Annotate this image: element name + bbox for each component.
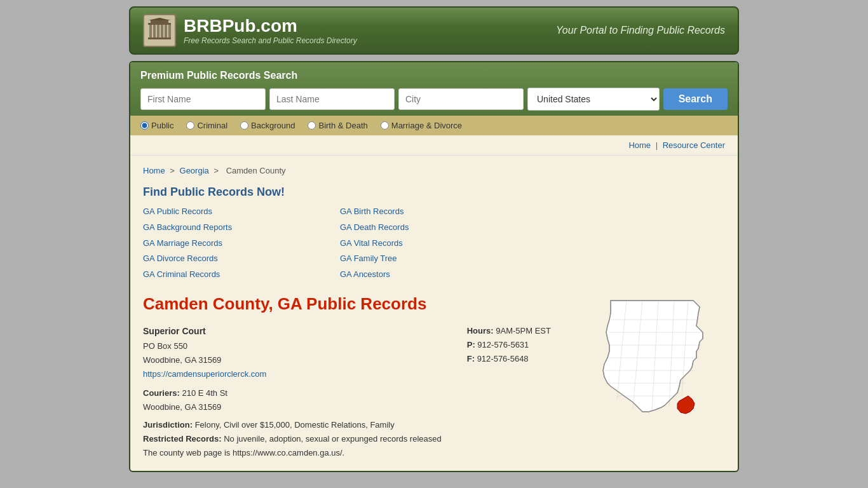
- jurisdiction-label: Jurisdiction:: [143, 420, 193, 430]
- content-area: Home > Georgia > Camden County Find Publ…: [130, 156, 738, 471]
- find-records-section: Find Public Records Now! GA Public Recor…: [143, 186, 725, 281]
- radio-marriage-text: Marriage & Divorce: [391, 121, 462, 130]
- court-website-link[interactable]: https://camdensuperiorclerck.com: [143, 369, 266, 379]
- first-name-input[interactable]: [140, 88, 266, 110]
- svg-rect-7: [148, 37, 171, 39]
- link-ga-background-reports[interactable]: GA Background Reports: [143, 221, 327, 234]
- jurisdiction-block: Jurisdiction: Felony, Civil over $15,000…: [143, 418, 442, 432]
- county-info-section: Camden County, GA Public Records Superio…: [143, 294, 725, 461]
- svg-rect-3: [157, 25, 159, 37]
- court-info: Superior Court PO Box 550 Woodbine, GA 3…: [143, 324, 573, 461]
- home-nav-link[interactable]: Home: [628, 140, 651, 150]
- couriers-city: Woodbine, GA 31569: [143, 400, 442, 414]
- radio-criminal-text: Criminal: [197, 121, 227, 130]
- radio-background-label[interactable]: Background: [240, 121, 295, 130]
- radio-marriage-divorce[interactable]: [381, 121, 389, 130]
- radio-birth-death-text: Birth & Death: [318, 121, 367, 130]
- search-button[interactable]: Search: [663, 88, 728, 110]
- radio-public-text: Public: [151, 121, 173, 130]
- county-text: Camden County, GA Public Records Superio…: [143, 294, 573, 461]
- last-name-input[interactable]: [269, 88, 395, 110]
- couriers-label: Couriers:: [143, 388, 180, 398]
- svg-rect-5: [165, 25, 167, 37]
- fax-label: F:: [467, 354, 475, 363]
- radio-marriage-label[interactable]: Marriage & Divorce: [381, 121, 462, 130]
- breadcrumb-home-link[interactable]: Home: [143, 166, 165, 175]
- svg-rect-2: [153, 25, 156, 37]
- breadcrumb-county: Camden County: [226, 166, 286, 175]
- site-logo-icon: [143, 14, 176, 47]
- search-section-title: Premium Public Records Search: [140, 70, 728, 81]
- jurisdiction-value: Felony, Civil over $15,000, Domestic Rel…: [195, 420, 395, 430]
- breadcrumb-sep1: >: [170, 166, 177, 175]
- fax-value: 912-576-5648: [477, 354, 529, 363]
- phone-value: 912-576-5631: [477, 340, 529, 349]
- svg-rect-0: [148, 23, 171, 25]
- link-ga-ancestors[interactable]: GA Ancestors: [340, 268, 524, 281]
- breadcrumb: Home > Georgia > Camden County: [143, 166, 725, 175]
- georgia-map: [585, 294, 725, 434]
- court-address-block: Superior Court PO Box 550 Woodbine, GA 3…: [143, 324, 442, 461]
- court-name: Superior Court: [143, 324, 442, 339]
- court-website: https://camdensuperiorclerck.com: [143, 367, 442, 381]
- hours-label: Hours:: [467, 326, 494, 336]
- radio-birth-death[interactable]: [308, 121, 316, 130]
- website-note: The county web page is https://www.co.ca…: [143, 446, 442, 460]
- country-select[interactable]: United States: [527, 88, 660, 111]
- site-name: BRBPub.com: [184, 16, 357, 36]
- restricted-block: Restricted Records: No juvenile, adoptio…: [143, 432, 442, 446]
- breadcrumb-sep2: >: [214, 166, 220, 175]
- radio-background[interactable]: [240, 121, 248, 130]
- find-records-heading: Find Public Records Now!: [143, 186, 725, 199]
- header-logo-area: BRBPub.com Free Records Search and Publi…: [143, 14, 357, 47]
- records-links-grid: GA Public Records GA Birth Records GA Ba…: [143, 205, 524, 281]
- svg-rect-6: [168, 25, 171, 37]
- radio-birth-death-label[interactable]: Birth & Death: [308, 121, 367, 130]
- restricted-value: No juvenile, adoption, sexual or expunge…: [224, 434, 442, 444]
- svg-rect-4: [161, 25, 163, 37]
- search-section: Premium Public Records Search United Sta…: [130, 62, 738, 135]
- radio-public[interactable]: [140, 121, 149, 130]
- breadcrumb-state-link[interactable]: Georgia: [180, 166, 209, 175]
- radio-criminal-label[interactable]: Criminal: [186, 121, 227, 130]
- nav-separator: |: [656, 140, 658, 150]
- link-ga-family-tree[interactable]: GA Family Tree: [340, 252, 524, 266]
- couriers-block: Couriers: 210 E 4th St: [143, 386, 442, 400]
- header-tagline: Your Portal to Finding Public Records: [556, 25, 725, 36]
- search-radio-group: Public Criminal Background Birth & Death…: [130, 116, 738, 135]
- link-ga-public-records[interactable]: GA Public Records: [143, 205, 327, 219]
- radio-criminal[interactable]: [186, 121, 194, 130]
- ga-map-container: [585, 294, 725, 436]
- link-ga-divorce-records[interactable]: GA Divorce Records: [143, 252, 327, 266]
- resource-center-link[interactable]: Resource Center: [663, 140, 725, 150]
- svg-rect-1: [149, 25, 152, 37]
- search-fields: United States Search: [140, 88, 728, 111]
- svg-marker-9: [148, 18, 171, 20]
- city-input[interactable]: [398, 88, 524, 110]
- link-ga-death-records[interactable]: GA Death Records: [340, 221, 524, 234]
- court-address-line2: Woodbine, GA 31569: [143, 353, 442, 367]
- link-ga-marriage-records[interactable]: GA Marriage Records: [143, 237, 327, 250]
- site-subtitle: Free Records Search and Public Records D…: [184, 36, 357, 45]
- link-ga-criminal-records[interactable]: GA Criminal Records: [143, 268, 327, 281]
- court-address-line1: PO Box 550: [143, 339, 442, 353]
- link-ga-vital-records[interactable]: GA Vital Records: [340, 237, 524, 250]
- link-ga-birth-records[interactable]: GA Birth Records: [340, 205, 524, 219]
- top-nav: Home | Resource Center: [130, 135, 738, 156]
- county-page-title: Camden County, GA Public Records: [143, 294, 573, 314]
- couriers-address: 210 E 4th St: [182, 388, 227, 398]
- header-title-group: BRBPub.com Free Records Search and Publi…: [184, 16, 357, 45]
- radio-public-label[interactable]: Public: [140, 121, 173, 130]
- restricted-label: Restricted Records:: [143, 434, 222, 444]
- phone-label: P:: [467, 340, 475, 349]
- court-hours-block: Hours: 9AM-5PM EST P: 912-576-5631 F: 91…: [467, 324, 569, 366]
- svg-rect-8: [151, 20, 168, 23]
- radio-background-text: Background: [251, 121, 295, 130]
- hours-value: 9AM-5PM EST: [496, 326, 551, 336]
